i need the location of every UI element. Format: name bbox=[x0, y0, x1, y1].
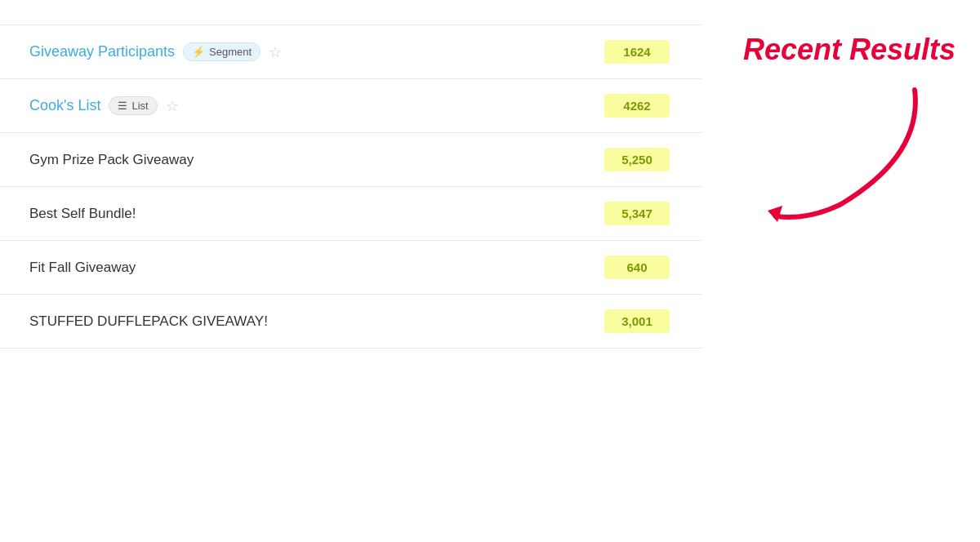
star-button[interactable]: ☆ bbox=[166, 97, 179, 115]
count-badge: 1624 bbox=[604, 40, 670, 64]
item-left: Best Self Bundle! bbox=[29, 206, 136, 222]
recent-results-label: Recent Results bbox=[743, 33, 956, 67]
segment-badge: ⚡ Segment bbox=[183, 42, 261, 61]
item-name: Gym Prize Pack Giveaway bbox=[29, 152, 194, 168]
list-badge: ☰ List bbox=[109, 96, 157, 115]
annotation-area: Recent Results bbox=[710, 24, 956, 351]
count-badge: 3,001 bbox=[604, 309, 670, 333]
count-badge: 640 bbox=[604, 255, 670, 279]
count-badge: 4262 bbox=[604, 94, 670, 118]
list-item: Gym Prize Pack Giveaway5,250 bbox=[0, 132, 702, 186]
list-icon: ☰ bbox=[118, 100, 127, 112]
item-left: Gym Prize Pack Giveaway bbox=[29, 152, 194, 168]
item-left: STUFFED DUFFLEPACK GIVEAWAY! bbox=[29, 313, 268, 330]
count-badge: 5,347 bbox=[604, 202, 670, 225]
item-name: Fit Fall Giveaway bbox=[29, 260, 136, 276]
list-item: STUFFED DUFFLEPACK GIVEAWAY!3,001 bbox=[0, 294, 702, 349]
item-left: Fit Fall Giveaway bbox=[29, 260, 136, 276]
list-item: Cook's List☰ List☆4262 bbox=[0, 78, 702, 132]
list-container: Giveaway Participants⚡ Segment☆1624Cook'… bbox=[0, 0, 702, 349]
item-name[interactable]: Cook's List bbox=[29, 97, 100, 114]
arrow-icon bbox=[760, 73, 939, 253]
list-item: Giveaway Participants⚡ Segment☆1624 bbox=[0, 24, 702, 78]
list-item: Best Self Bundle!5,347 bbox=[0, 186, 702, 240]
star-button[interactable]: ☆ bbox=[269, 43, 282, 61]
list-item: Fit Fall Giveaway640 bbox=[0, 240, 702, 294]
count-badge: 5,250 bbox=[604, 148, 670, 171]
svg-marker-0 bbox=[768, 206, 782, 222]
lightning-icon: ⚡ bbox=[192, 46, 205, 58]
item-name: STUFFED DUFFLEPACK GIVEAWAY! bbox=[29, 313, 268, 330]
item-left: Giveaway Participants⚡ Segment☆ bbox=[29, 42, 282, 61]
item-name[interactable]: Giveaway Participants bbox=[29, 43, 175, 60]
item-left: Cook's List☰ List☆ bbox=[29, 96, 179, 115]
item-name: Best Self Bundle! bbox=[29, 206, 136, 222]
